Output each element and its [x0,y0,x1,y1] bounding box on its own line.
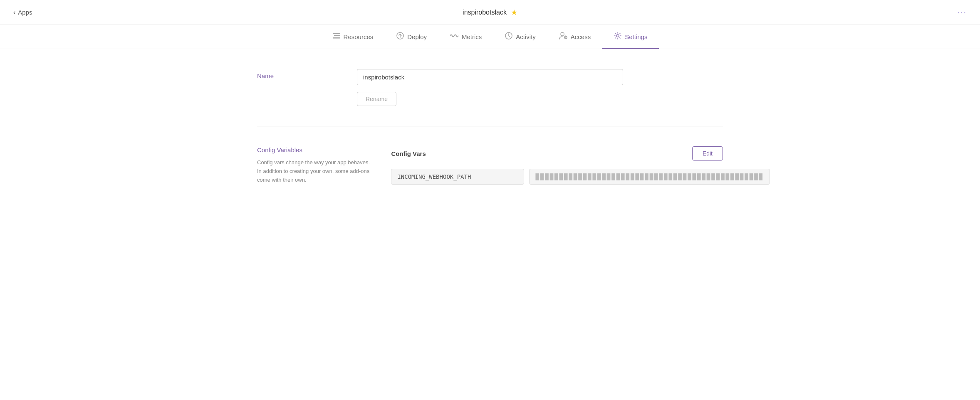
tab-resources[interactable]: Resources [321,25,385,49]
svg-rect-0 [333,33,340,34]
config-section-heading: Config Variables [257,146,374,153]
tab-access[interactable]: Access [547,25,602,49]
more-options-button[interactable]: ··· [957,7,967,17]
config-key-field: INCOMING_WEBHOOK_PATH [391,169,524,185]
tab-metrics-label: Metrics [462,33,482,40]
tab-metrics[interactable]: Metrics [438,25,493,49]
svg-rect-1 [334,35,340,37]
top-bar: ‹ Apps inspirobotslack ★ ··· [0,0,980,25]
app-name-input[interactable] [357,69,623,85]
tab-resources-label: Resources [344,33,374,40]
tab-deploy[interactable]: Deploy [385,25,438,49]
nav-tabs: Resources Deploy Metrics Activity [0,25,980,49]
app-name-label: inspirobotslack [463,9,507,16]
config-left: Config Variables Config vars change the … [257,146,374,184]
star-icon[interactable]: ★ [511,8,517,17]
back-link[interactable]: ‹ Apps [13,9,32,16]
resources-icon [333,33,340,40]
config-right: Config Vars Edit INCOMING_WEBHOOK_PATH █… [391,146,723,185]
deploy-icon [396,32,404,41]
settings-icon [614,32,621,41]
rename-button[interactable]: Rename [357,92,396,106]
name-label: Name [257,69,340,79]
config-header: Config Vars Edit [391,146,723,160]
main-content: Name Rename Config Variables Config vars… [240,49,740,205]
tab-activity-label: Activity [516,33,536,40]
config-value-field: ████████████████████████████████████████… [529,169,770,185]
config-vars-title: Config Vars [391,150,426,157]
svg-point-7 [616,35,619,37]
name-section-content: Rename [357,69,723,106]
access-icon [559,32,567,41]
config-var-row: INCOMING_WEBHOOK_PATH ██████████████████… [391,169,723,185]
tab-settings-label: Settings [625,33,647,40]
app-title: inspirobotslack ★ [463,8,517,17]
back-chevron-icon: ‹ [13,9,15,16]
tab-deploy-label: Deploy [407,33,427,40]
name-section: Name Rename [257,69,723,126]
svg-rect-2 [333,37,340,39]
tab-access-label: Access [571,33,591,40]
tab-activity[interactable]: Activity [493,25,547,49]
tab-settings[interactable]: Settings [602,25,659,49]
svg-point-5 [561,32,564,36]
metrics-icon [450,33,458,40]
config-section-description: Config vars change the way your app beha… [257,158,374,184]
activity-icon [505,32,512,41]
edit-button[interactable]: Edit [692,146,723,160]
back-label: Apps [18,9,32,16]
config-section: Config Variables Config vars change the … [257,146,723,185]
